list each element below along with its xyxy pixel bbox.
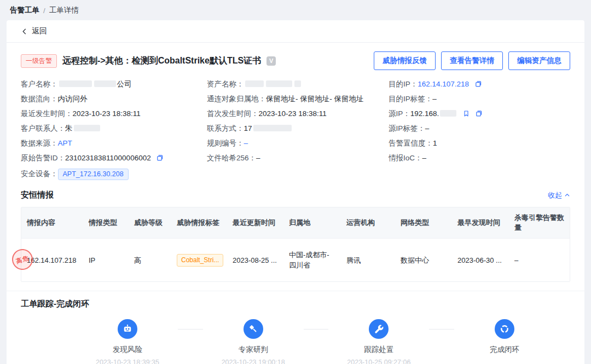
field-asset-name: 资产名称： [207,80,389,88]
copy-icon[interactable] [156,154,163,161]
gavel-icon [244,319,263,339]
workorder-detail-card: 返回 一级告警 远程控制->其他：检测到CobaltStrike默认TLS证书 … [7,20,584,364]
step-label: 完成闭环 [490,345,519,355]
robot-icon [118,319,137,339]
field-label: 客户名称： [21,80,58,88]
field-label: 首次发生时间： [207,109,259,118]
breadcrumb-current: 工单详情 [49,5,79,15]
collapse-link[interactable]: 收起 [548,190,570,200]
field-rule-no: 规则编号：– [207,139,389,147]
redacted-text [59,80,92,87]
field-label: 安全设备： [21,170,58,178]
timeline-step-expert-judge: 专家研判 2023-10-23 19:00:18 [217,319,289,364]
column-header: 情报内容 [21,207,83,239]
redacted-text [266,80,292,87]
field-contact-info: 联系方式：17 [207,124,389,132]
field-value: 公司 [117,80,132,88]
field-src-ip-tag: 源IP标签：– [389,124,570,132]
timeline-connector [304,329,329,330]
intel-table-header-row: 情报内容 情报类型 威胁等级 威胁情报标签 最近更新时间 归属地 运营机构 网络… [21,207,570,239]
field-label: 最近发生时间： [21,109,73,118]
intel-table-row: 高危 162.14.107.218 IP 高 Cobalt_Stri... 20… [21,239,570,282]
field-value: 192.168. [410,109,439,118]
cell-network-type: 数据中心 [395,239,452,282]
column-header: 杀毒引擎告警数量 [509,207,570,239]
field-data-source: 数据来源：APT [21,139,207,147]
field-label: 原始告警ID： [21,154,65,162]
redacted-text [74,125,100,131]
breadcrumb-separator: / [43,7,45,15]
chevron-left-icon [21,28,28,35]
alert-title: 远程控制->其他：检测到CobaltStrike默认TLS证书 [62,55,261,67]
step-time: 2023-10-23 19:00:18 [222,359,285,364]
tracking-section-title: 工单跟踪-完成闭环 [7,299,584,313]
cell-intel-type: IP [83,239,129,282]
details-column-1: 客户名称：公司 数据流向：内访问外 最近发生时间：2023-10-23 18:3… [21,80,207,183]
field-label: 目的IP标签： [389,95,432,103]
cell-intel-tag: Cobalt_Stri... [171,239,227,282]
bookmark-icon[interactable] [463,110,470,117]
threat-intel-tag: Cobalt_Stri... [177,254,223,267]
cell-threat-level: 高 [129,239,171,282]
intel-section-header: 安恒情报 收起 [7,183,584,206]
field-value: 17 [244,124,252,132]
breadcrumb-parent[interactable]: 告警工单 [10,5,39,15]
step-time: 2023-10-25 09:27:06 [347,359,410,364]
field-label: 数据来源： [21,139,58,147]
redacted-text [440,110,456,117]
cell-intel-content: 高危 162.14.107.218 [21,239,83,282]
field-src-ip: 源IP：192.168. [389,109,570,118]
edit-asset-info-button[interactable]: 编辑资产信息 [508,51,570,70]
field-value: 2023-10-23 18:38:11 [73,109,141,118]
field-dst-ip: 目的IP：162.14.107.218 [389,80,570,88]
field-label: 源IP： [389,109,410,118]
field-label: 文件哈希256： [207,154,256,162]
field-security-device: 安全设备：APT_172.16.30.208 [21,169,207,177]
intel-section-title: 安恒情报 [21,190,54,200]
cell-operator: 腾讯 [341,239,395,282]
field-value: 内访问外 [58,95,88,103]
field-label: 数据流向： [21,95,58,103]
breadcrumb: 告警工单 / 工单详情 [0,0,591,20]
data-source-link[interactable]: APT [58,139,72,147]
step-label: 跟踪处置 [364,345,393,355]
field-value: – [425,124,430,132]
field-value: – [244,139,248,147]
column-header: 最近更新时间 [227,207,283,239]
field-last-occurred: 最近发生时间：2023-10-23 18:38:11 [21,109,207,118]
field-contact-person: 客户联系人：朱 [21,124,207,132]
step-time: 2023-10-23 18:39:35 [96,359,159,364]
field-data-flow: 数据流向：内访问外 [21,95,207,103]
timeline-step-close-loop: 完成闭环 [468,319,541,364]
alert-title-row: 一级告警 远程控制->其他：检测到CobaltStrike默认TLS证书 V 威… [7,43,584,74]
high-risk-stamp-icon: 高危 [9,246,36,273]
intel-ip-value: 162.14.107.218 [27,256,76,264]
copy-icon[interactable] [475,110,482,117]
closed-loop-icon [495,319,514,339]
view-alert-detail-button[interactable]: 查看告警详情 [441,51,503,70]
column-header: 网络类型 [395,207,452,239]
intel-table: 情报内容 情报类型 威胁等级 威胁情报标签 最近更新时间 归属地 运营机构 网络… [21,207,570,282]
field-value: – [432,95,437,103]
column-header: 情报类型 [83,207,129,239]
back-button[interactable]: 返回 [7,20,584,43]
dst-ip-link[interactable]: 162.14.107.218 [418,80,469,88]
field-label: 告警置信度： [389,139,433,147]
timeline-step-discover-risk: 发现风险 2023-10-23 18:39:35 [91,319,164,364]
severity-badge: 一级告警 [21,54,57,68]
column-header: 运营机构 [341,207,395,239]
column-header: 威胁情报标签 [171,207,227,239]
field-label: 联系方式： [207,124,244,132]
field-value: – [422,154,427,162]
cell-earliest-time: 2023-06-30 ... [452,239,509,282]
title-v-badge: V [266,56,276,66]
copy-icon[interactable] [474,80,482,88]
redacted-text [253,125,292,131]
field-confidence: 告警置信度：1 [389,139,570,147]
cell-location: 中国-成都市-四川省 [283,239,341,282]
field-label: 目的IP： [389,80,418,88]
redacted-text [245,80,264,87]
field-label: 源IP标签： [389,124,425,132]
threat-intel-feedback-button[interactable]: 威胁情报反馈 [374,51,436,70]
alert-details-grid: 客户名称：公司 数据流向：内访问外 最近发生时间：2023-10-23 18:3… [7,74,584,183]
